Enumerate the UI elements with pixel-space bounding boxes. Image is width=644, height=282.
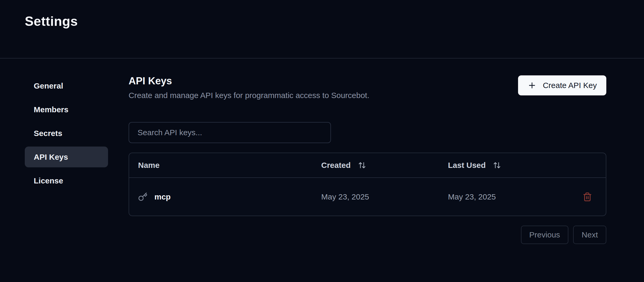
pagination: Previous Next [129, 226, 606, 244]
last-used-date: May 23, 2025 [448, 192, 496, 201]
sidebar-item-secrets[interactable]: Secrets [25, 123, 108, 144]
sidebar-item-api-keys[interactable]: API Keys [25, 147, 108, 167]
sidebar-item-license[interactable]: License [25, 170, 108, 191]
sidebar-item-label: General [34, 81, 63, 90]
delete-api-key-button[interactable] [580, 190, 594, 204]
next-page-button[interactable]: Next [573, 226, 606, 244]
api-key-name-cell: mcp [129, 192, 321, 202]
create-api-key-button[interactable]: Create API Key [518, 75, 606, 95]
search-input[interactable] [129, 122, 331, 143]
plus-icon [528, 81, 536, 90]
api-keys-table: Name Created Last Used [129, 153, 606, 216]
sidebar-item-members[interactable]: Members [25, 99, 108, 120]
table-row: mcp May 23, 2025 May 23, 2025 [129, 178, 606, 216]
api-key-created-cell: May 23, 2025 [321, 192, 448, 201]
api-key-name: mcp [154, 192, 171, 201]
sidebar-item-label: License [34, 176, 63, 185]
sort-arrows-icon[interactable] [358, 161, 366, 169]
column-label: Name [138, 161, 160, 170]
column-header-created: Created [321, 161, 448, 170]
settings-sidebar: General Members Secrets API Keys License [25, 75, 108, 194]
sidebar-item-label: API Keys [34, 153, 68, 162]
create-api-key-label: Create API Key [543, 81, 597, 90]
api-keys-panel: API Keys Create and manage API keys for … [129, 75, 606, 244]
previous-page-button[interactable]: Previous [521, 226, 569, 244]
panel-header: API Keys Create and manage API keys for … [129, 75, 606, 100]
column-label: Last Used [448, 161, 486, 170]
content-area: General Members Secrets API Keys License… [0, 59, 644, 244]
api-key-last-used-cell: May 23, 2025 [448, 192, 567, 201]
panel-description: Create and manage API keys for programma… [129, 91, 369, 100]
api-key-actions-cell [567, 190, 606, 204]
panel-header-text: API Keys Create and manage API keys for … [129, 75, 369, 100]
created-date: May 23, 2025 [321, 192, 369, 201]
sidebar-item-general[interactable]: General [25, 75, 108, 96]
sidebar-item-label: Secrets [34, 129, 62, 138]
sidebar-item-label: Members [34, 105, 69, 114]
panel-title: API Keys [129, 75, 369, 87]
page-title: Settings [25, 14, 644, 29]
table-header-row: Name Created Last Used [129, 153, 606, 178]
settings-page: Settings General Members Secrets API Key… [0, 0, 644, 282]
column-header-name: Name [129, 161, 321, 170]
column-label: Created [321, 161, 351, 170]
column-header-last-used: Last Used [448, 161, 567, 170]
sort-arrows-icon[interactable] [493, 161, 501, 169]
trash-icon [583, 192, 592, 202]
page-header: Settings [0, 0, 644, 59]
key-icon [138, 192, 148, 202]
